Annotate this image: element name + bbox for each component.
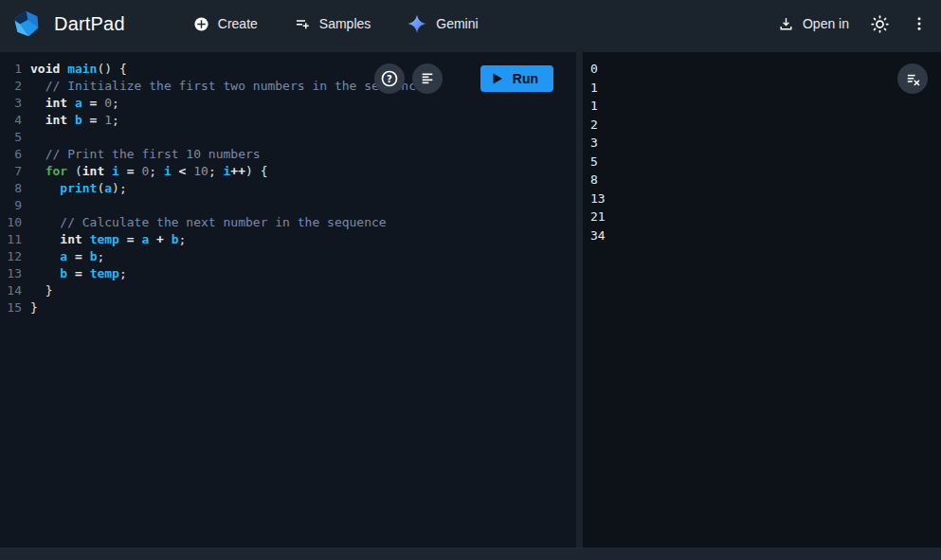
help-icon: ? <box>380 69 399 88</box>
main-nav: Create Samples Gemini <box>193 13 479 34</box>
code-line[interactable]: 11 int temp = a + b; <box>0 231 576 248</box>
theme-toggle-button[interactable] <box>870 14 890 34</box>
console-panel: 0112358132134 <box>583 52 941 548</box>
code-line[interactable]: 4 int b = 1; <box>0 112 576 129</box>
code-line[interactable]: 8 print(a); <box>0 180 576 197</box>
line-number: 9 <box>0 197 30 214</box>
code-line[interactable]: 3 int a = 0; <box>0 95 576 112</box>
console-output-line: 34 <box>590 226 941 245</box>
brightness-theme-icon <box>870 14 890 34</box>
format-button[interactable] <box>412 63 443 94</box>
console-output-line: 1 <box>590 79 941 98</box>
gemini-sparkle-icon <box>407 13 427 34</box>
line-number: 7 <box>0 163 30 180</box>
line-number: 11 <box>0 231 30 248</box>
add-circle-icon <box>193 16 209 32</box>
overflow-menu-icon <box>911 15 928 32</box>
svg-text:?: ? <box>387 74 392 84</box>
console-output-line: 5 <box>590 153 941 172</box>
console-output[interactable]: 0112358132134 <box>583 52 941 244</box>
code-line[interactable]: 12 a = b; <box>0 248 576 265</box>
console-output-line: 1 <box>590 97 941 116</box>
run-label: Run <box>513 71 538 86</box>
console-output-line: 13 <box>590 190 941 208</box>
clear-console-button[interactable] <box>897 63 928 94</box>
line-number: 3 <box>0 95 30 112</box>
code-line[interactable]: 7 for (int i = 0; i < 10; i++) { <box>0 163 576 180</box>
console-output-line: 3 <box>590 134 941 153</box>
line-number: 6 <box>0 146 30 163</box>
download-icon <box>778 16 794 32</box>
line-number: 4 <box>0 112 30 129</box>
open-in-label: Open in <box>803 16 849 31</box>
playlist-add-icon <box>294 15 311 32</box>
line-number: 12 <box>0 248 30 265</box>
line-number: 10 <box>0 214 30 231</box>
console-output-line: 0 <box>590 60 941 79</box>
create-label: Create <box>218 16 258 31</box>
console-output-line: 2 <box>590 116 941 135</box>
line-number: 8 <box>0 180 30 197</box>
app-header: DartPad Create Samples <box>0 0 941 47</box>
code-line[interactable]: 6 // Print the first 10 numbers <box>0 146 576 163</box>
code-line[interactable]: 14 } <box>0 282 576 299</box>
code-line[interactable]: 10 // Calculate the next number in the s… <box>0 214 576 231</box>
code-line[interactable]: 5 <box>0 129 576 146</box>
line-number: 5 <box>0 129 30 146</box>
line-number: 14 <box>0 282 30 299</box>
line-number: 13 <box>0 265 30 282</box>
line-number: 2 <box>0 78 30 95</box>
console-actions <box>897 63 928 94</box>
code-line[interactable]: 9 <box>0 197 576 214</box>
console-output-line: 8 <box>590 171 941 190</box>
line-number: 1 <box>0 61 30 78</box>
samples-button[interactable]: Samples <box>294 15 371 32</box>
app-title: DartPad <box>54 13 125 35</box>
open-in-button[interactable]: Open in <box>778 16 849 32</box>
help-button[interactable]: ? <box>374 63 405 94</box>
samples-label: Samples <box>319 16 371 31</box>
console-output-line: 21 <box>590 208 941 226</box>
create-button[interactable]: Create <box>193 16 258 32</box>
gemini-button[interactable]: Gemini <box>407 13 478 34</box>
clear-console-icon <box>905 71 921 87</box>
code-line[interactable]: 13 b = temp; <box>0 265 576 282</box>
brand: DartPad <box>11 9 125 40</box>
code-line[interactable]: 15} <box>0 299 576 316</box>
editor-actions: ? Run <box>374 63 553 94</box>
format-icon <box>420 71 435 86</box>
gemini-label: Gemini <box>436 16 478 31</box>
dartpad-logo-icon <box>11 9 43 40</box>
status-bar <box>0 548 941 560</box>
run-button[interactable]: Run <box>480 65 553 92</box>
play-icon <box>492 73 503 84</box>
main-area: 1void main() {2 // Initialize the first … <box>0 52 941 548</box>
code-editor-panel[interactable]: 1void main() {2 // Initialize the first … <box>0 52 576 548</box>
overflow-menu-button[interactable] <box>911 15 928 32</box>
panel-divider[interactable] <box>576 52 583 548</box>
header-right: Open in <box>778 14 928 34</box>
line-number: 15 <box>0 299 30 316</box>
